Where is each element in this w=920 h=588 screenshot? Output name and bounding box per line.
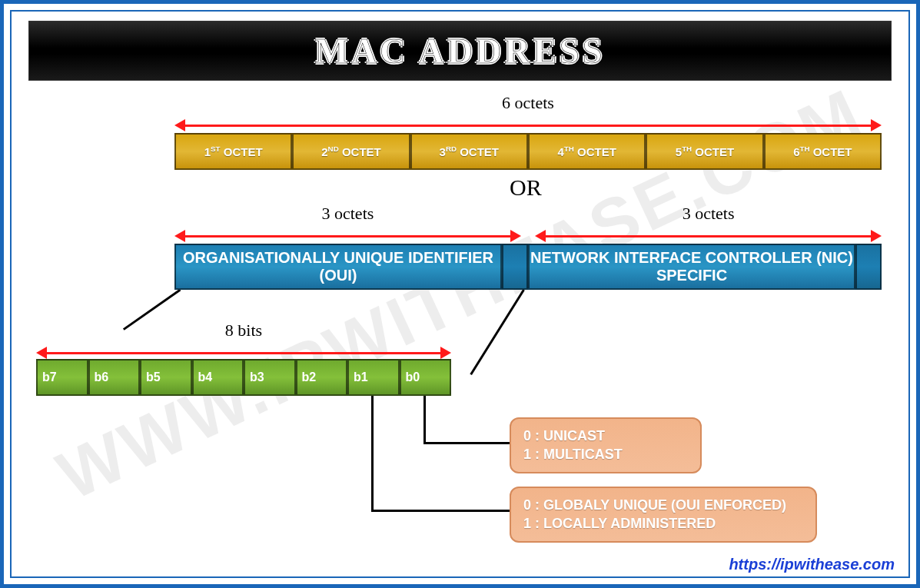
bit-b1: b1: [347, 359, 400, 396]
octet-cell-1: 1ST OCTET: [174, 133, 292, 170]
diagram-inner-frame: WWW.IPWITHEASE.COM MAC ADDRESS 6 octets …: [10, 10, 910, 578]
conn-b0-v: [423, 396, 426, 443]
callout-b0-line0: 0 : UNICAST: [523, 427, 688, 445]
callout-b1-line1: 1 : LOCALLY ADMINISTERED: [523, 514, 803, 533]
octet-cell-5: 5TH OCTET: [646, 133, 763, 170]
octets-row: 1ST OCTET 2ND OCTET 3RD OCTET 4TH OCTET …: [174, 133, 882, 170]
nic-sep-1: [855, 244, 882, 290]
footer-url[interactable]: https://ipwithease.com: [729, 556, 895, 573]
callout-b1-line0: 0 : GLOBALY UNIQUE (OUI ENFORCED): [523, 496, 803, 514]
label-6-octets: 6 octets: [174, 93, 882, 113]
label-8-bits: 8 bits: [36, 321, 451, 341]
diagram-outer-frame: WWW.IPWITHEASE.COM MAC ADDRESS 6 octets …: [0, 0, 920, 588]
or-text: OR: [510, 174, 542, 201]
oui-half: ORGANISATIONALLY UNIQUE IDENTIFIER (OUI): [174, 244, 502, 290]
callout-b0: 0 : UNICAST 1 : MULTICAST: [510, 417, 702, 473]
title-banner: MAC ADDRESS: [28, 21, 892, 81]
bit-b7: b7: [36, 359, 88, 396]
bit-b0: b0: [400, 359, 452, 396]
octet-cell-6: 6TH OCTET: [764, 133, 882, 170]
conn-b1-v: [371, 396, 374, 511]
expand-line-right: [470, 289, 524, 375]
bit-b6: b6: [88, 359, 141, 396]
bit-b5: b5: [140, 359, 192, 396]
conn-b0-h: [423, 442, 511, 444]
nic-half: NETWORK INTERFACE CONTROLLER (NIC) SPECI…: [528, 244, 855, 290]
octet-cell-4: 4TH OCTET: [528, 133, 646, 170]
oui-label: ORGANISATIONALLY UNIQUE IDENTIFIER (OUI): [176, 249, 500, 284]
callout-b1: 0 : GLOBALY UNIQUE (OUI ENFORCED) 1 : LO…: [510, 487, 817, 543]
bits-row: b7 b6 b5 b4 b3 b2 b1 b0: [36, 359, 451, 396]
title-text: MAC ADDRESS: [315, 31, 606, 71]
octet-cell-2: 2ND OCTET: [292, 133, 410, 170]
bit-b4: b4: [192, 359, 244, 396]
bit-b3: b3: [244, 359, 296, 396]
conn-b1-h: [371, 510, 511, 512]
callout-b0-line1: 1 : MULTICAST: [523, 445, 688, 463]
label-right-3-octets: 3 octets: [535, 204, 882, 224]
label-left-3-octets: 3 octets: [174, 204, 521, 224]
bit-b2: b2: [296, 359, 348, 396]
oui-nic-row: ORGANISATIONALLY UNIQUE IDENTIFIER (OUI)…: [174, 244, 882, 290]
octet-cell-3: 3RD OCTET: [410, 133, 528, 170]
nic-label: NETWORK INTERFACE CONTROLLER (NIC) SPECI…: [530, 249, 854, 284]
oui-sep-1: [502, 244, 528, 290]
